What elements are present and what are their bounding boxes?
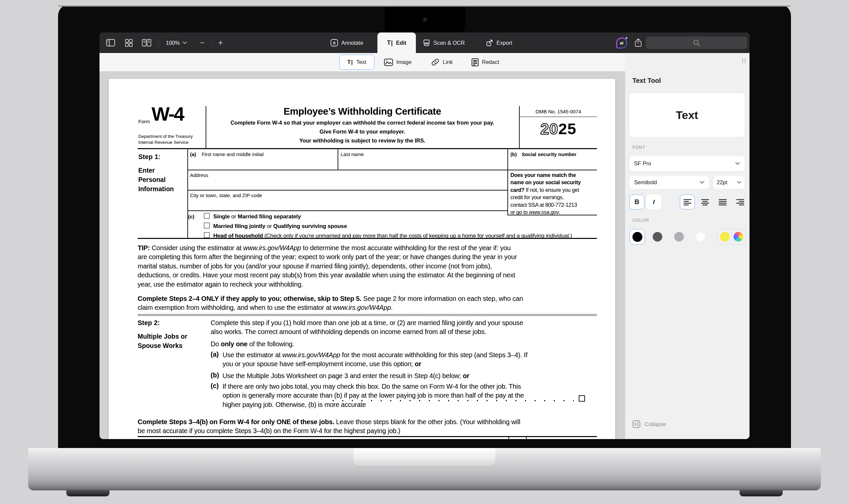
link-icon [431, 58, 439, 66]
laptop-hinge-notch [353, 448, 496, 467]
chevron-down-icon [183, 41, 187, 44]
form-subtitle-1: Complete Form W-4 so that your employer … [206, 120, 518, 126]
align-center-icon [701, 199, 709, 205]
collapse-label: Collapse [645, 421, 666, 428]
webcam-icon [422, 17, 427, 22]
thumbnails-view-button[interactable] [122, 33, 135, 53]
grid-line [187, 149, 188, 238]
text-style-preview[interactable]: Text [629, 93, 745, 137]
image-icon [384, 59, 393, 66]
extra-colors-group [717, 229, 746, 245]
filing-option-label: Single or Married filing separately [213, 213, 301, 220]
color-wheel-button[interactable] [733, 232, 743, 241]
share-icon [635, 38, 642, 48]
edit-tools-bar: T| Text Image Link [100, 53, 625, 71]
zoom-out-button[interactable]: − [197, 33, 208, 53]
color-swatch-black[interactable] [629, 229, 645, 245]
form-subtitle-2: Give Form W-4 to your employer. [206, 129, 518, 135]
chevron-down-icon [700, 181, 705, 184]
laptop-foot [66, 490, 109, 497]
step1-section: Step 1: Enter Personal Information (a) F… [138, 148, 597, 239]
tool-image-button[interactable]: Image [384, 53, 412, 71]
align-justify-button[interactable] [715, 195, 730, 210]
checkbox-head-of-household[interactable] [204, 232, 210, 238]
checkbox-single[interactable] [204, 213, 210, 219]
toggle-sidebar-button[interactable] [104, 33, 117, 53]
zoom-level-dropdown[interactable]: 100% [166, 33, 187, 53]
tool-redact-button[interactable]: Redact [472, 53, 499, 71]
text-edit-icon: T| [387, 39, 393, 47]
redact-icon [472, 58, 479, 66]
zoom-in-button[interactable]: + [215, 33, 226, 53]
first-name-field-label: First name and middle initial [202, 151, 264, 157]
tool-text-button[interactable]: T| Text [339, 55, 375, 70]
bold-label: B [635, 198, 639, 206]
font-family-select[interactable]: SF Pro [629, 156, 745, 171]
pdf-page-w4-form[interactable]: Form W-4 Department of the Treasury Inte… [109, 79, 615, 439]
tab-export[interactable]: Export [486, 33, 513, 53]
share-button[interactable] [631, 33, 645, 53]
italic-button[interactable]: I [646, 195, 661, 210]
pdf-editor-window: 100% − + A Anno [100, 33, 749, 439]
dotted-leader [328, 399, 574, 402]
camera-notch [385, 7, 465, 33]
color-swatch-gray[interactable] [674, 232, 684, 241]
bottom-rule [138, 436, 597, 437]
step2-intro: Complete this step if you (1) hold more … [211, 319, 587, 337]
font-family-value: SF Pro [634, 160, 651, 167]
color-swatch-darkgray[interactable] [653, 232, 662, 241]
tool-link-button[interactable]: Link [431, 53, 453, 71]
checkbox-married-jointly[interactable] [204, 223, 210, 228]
form-number: W-4 [152, 103, 184, 125]
ssa-note: Does your name match thename on your soc… [510, 172, 597, 216]
tool-image-label: Image [396, 59, 412, 65]
filing-status-option: Married filing jointly or Qualifying sur… [204, 223, 347, 229]
two-page-view-button[interactable] [139, 33, 154, 53]
department-lines: Department of the Treasury Internal Reve… [138, 133, 193, 145]
ssn-field-label: Social security number [522, 151, 576, 157]
step1-heading: Enter Personal Information [138, 166, 181, 194]
search-input[interactable] [646, 36, 747, 49]
item-a-text: Use the estimator at www.irs.gov/W4App f… [223, 350, 599, 369]
table-divider-tick [526, 437, 527, 439]
step2-section: Step 2: Multiple Jobs or Spouse Works Co… [138, 317, 597, 417]
color-swatch-white[interactable] [696, 232, 705, 241]
annotate-icon: A [331, 39, 338, 47]
ai-assistant-button[interactable]: ai ✦ [616, 37, 627, 48]
font-size-select[interactable]: 22pt [713, 176, 745, 189]
last-name-field-label: Last name [341, 151, 364, 157]
scanner-icon [423, 39, 430, 47]
zoom-level-value: 100% [166, 40, 180, 46]
sidebar-panel-icon [106, 39, 115, 47]
collapse-sidebar-button[interactable]: Collapse [633, 420, 666, 428]
laptop-lid: 100% − + A Anno [58, 4, 791, 448]
item-b-tag: (b) [211, 372, 219, 379]
align-right-button[interactable] [733, 195, 747, 210]
section-divider [138, 314, 597, 316]
font-weight-value: Semibold [634, 179, 657, 185]
font-weight-select[interactable]: Semibold [629, 176, 709, 189]
align-left-icon [683, 199, 692, 205]
text-tool-sidebar: Text Tool Text FONT SF Pro Semibold [625, 53, 749, 439]
tab-scan-ocr[interactable]: Scan & OCR [423, 33, 465, 53]
form-subtitle-3: Your withholding is subject to review by… [206, 138, 518, 144]
align-left-button[interactable] [680, 195, 695, 210]
align-center-button[interactable] [697, 195, 712, 210]
bold-button[interactable]: B [629, 195, 644, 210]
sidebar-resize-handle[interactable] [742, 58, 746, 63]
text-tool-icon: T| [347, 59, 353, 66]
laptop-frame: 100% − + A Anno [0, 0, 849, 504]
color-swatch-yellow[interactable] [720, 232, 730, 241]
table-divider-tick [508, 437, 509, 439]
checkbox-two-jobs[interactable] [579, 395, 585, 402]
form-title-block: Employee’s Withholding Certificate Compl… [206, 106, 518, 144]
laptop-foot [740, 490, 783, 497]
chevron-down-icon [735, 162, 740, 165]
tab-edit[interactable]: T| Edit [377, 33, 416, 53]
item-c-text: If there are only two jobs total, you ma… [223, 382, 599, 409]
svg-text:A: A [333, 41, 336, 46]
laptop-lid-edge [58, 4, 791, 7]
tab-annotate[interactable]: A Annotate [331, 33, 363, 53]
step2-heading: Multiple Jobs or Spouse Works [138, 332, 187, 350]
plus-icon: + [218, 38, 223, 48]
